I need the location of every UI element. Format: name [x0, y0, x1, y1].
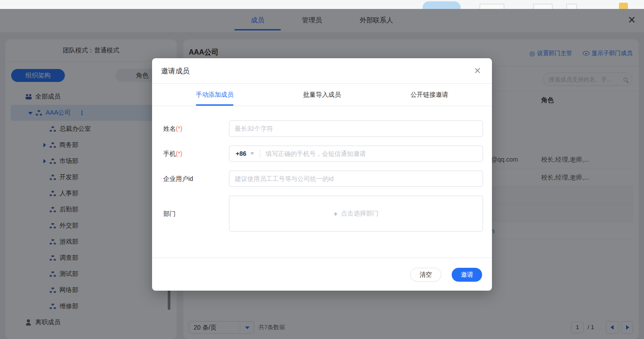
invite-method-tab-label: 公开链接邀请 [411, 91, 448, 98]
header-artifact [533, 4, 553, 9]
enterprise-id-field-label: 企业用户id [163, 171, 193, 187]
invite-method-tab[interactable]: 公开链接邀请 [411, 83, 448, 106]
underlying-window-strip [0, 0, 644, 9]
required-marker: (*) [176, 125, 182, 132]
phone-label-text: 手机 [163, 150, 176, 157]
invite-method-tab[interactable]: 批量导入成员 [303, 83, 341, 106]
invite-members-modal: 邀请成员 ✕ 手动添加成员 批量导入成员 公开链接邀请 姓名(*) [152, 58, 492, 291]
header-blue-button-artifact [423, 1, 461, 9]
invite-method-tab[interactable]: 手动添加成员 [196, 83, 233, 106]
phone-field-label: 手机(*) [163, 146, 182, 162]
header-artifact [479, 4, 504, 9]
department-field-label: 部门 [163, 206, 176, 222]
invite-method-tabs: 手动添加成员 批量导入成员 公开链接邀请 [152, 83, 492, 106]
required-marker: (*) [176, 150, 182, 157]
app-window: 成员 管理员 外部联系人 ✕ 团队模式：普通模式 组织架构 角色 [0, 0, 644, 339]
clear-button[interactable]: 清空 [410, 268, 441, 282]
divider [152, 257, 492, 258]
country-code-value[interactable]: +86 [236, 150, 246, 157]
modal-close-icon[interactable]: ✕ [474, 65, 481, 76]
invite-method-tab-label: 手动添加成员 [196, 91, 233, 98]
header-artifact [566, 4, 577, 9]
name-label-text: 姓名 [163, 125, 176, 132]
divider [152, 106, 492, 106]
plus-icon: + [334, 210, 338, 218]
header-emoji-artifact [619, 3, 628, 9]
country-code-chevron-icon[interactable] [250, 152, 254, 155]
name-field-label: 姓名(*) [163, 120, 182, 137]
modal-title: 邀请成员 [161, 67, 190, 76]
phone-field: +86 [229, 146, 483, 162]
invite-method-tab-label: 批量导入成员 [303, 91, 341, 98]
phone-input[interactable] [260, 150, 483, 157]
name-input[interactable] [229, 120, 483, 137]
select-department-button[interactable]: + 点击选择部门 [229, 196, 483, 232]
invite-button[interactable]: 邀请 [452, 268, 482, 282]
select-department-placeholder: 点击选择部门 [341, 210, 378, 218]
enterprise-id-input[interactable] [229, 171, 483, 187]
